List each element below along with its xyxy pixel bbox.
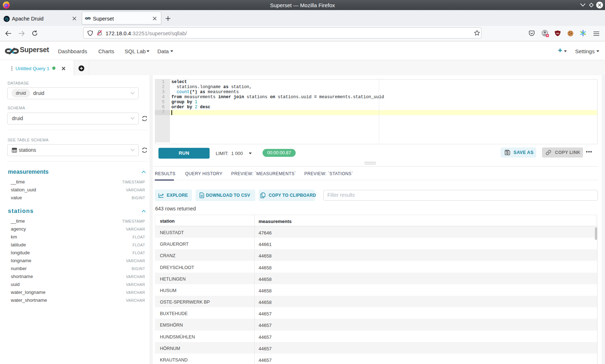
svg-text:UO: UO	[556, 32, 559, 35]
